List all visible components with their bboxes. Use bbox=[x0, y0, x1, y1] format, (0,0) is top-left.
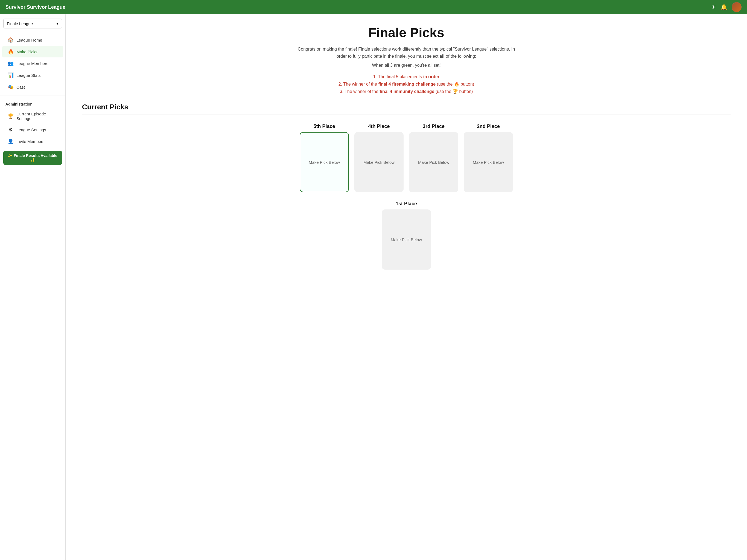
green-note: When all 3 are green, you're all set! bbox=[82, 63, 730, 68]
req2-text: 2. The winner of the final 4 firemaking … bbox=[338, 82, 474, 86]
person-add-icon: 👤 bbox=[8, 138, 14, 144]
label-1st: 1st Place bbox=[396, 201, 417, 207]
pick-card-2nd[interactable]: Make Pick Below bbox=[464, 132, 513, 192]
page-subtitle: Congrats on making the finale! Finale se… bbox=[297, 46, 516, 59]
sidebar-item-invite-members[interactable]: 👤 Invite Members bbox=[2, 136, 63, 147]
sidebar-item-cast[interactable]: 🎭 Cast bbox=[2, 81, 63, 93]
pick-card-5th-text: Make Pick Below bbox=[309, 160, 340, 164]
req1-bold: in order bbox=[423, 74, 440, 79]
pick-col-2nd: 2nd Place Make Pick Below bbox=[464, 124, 513, 192]
placements-row: 5th Place Make Pick Below 4th Place Make… bbox=[82, 124, 730, 192]
sidebar-label-league-home: League Home bbox=[17, 38, 42, 42]
subtitle-text2: of the following: bbox=[445, 54, 476, 58]
sidebar-item-episode-settings[interactable]: 🏆 Current Episode Settings bbox=[2, 109, 63, 124]
pick-card-1st[interactable]: Make Pick Below bbox=[382, 209, 431, 270]
subtitle-bold: all bbox=[440, 54, 445, 58]
req3-bold: final 4 immunity challenge bbox=[380, 89, 434, 94]
requirement-3: 3. The winner of the final 4 immunity ch… bbox=[82, 89, 730, 94]
gear-icon: ⚙ bbox=[8, 127, 14, 133]
main-content: Finale Picks Congrats on making the fina… bbox=[66, 14, 747, 560]
label-3rd: 3rd Place bbox=[423, 124, 445, 129]
chevron-down-icon: ▾ bbox=[56, 21, 58, 26]
fire-btn-icon: 🔥 bbox=[454, 82, 459, 86]
page-title: Finale Picks bbox=[82, 25, 730, 40]
people-icon: 👥 bbox=[8, 60, 14, 67]
sidebar-label-episode-settings: Current Episode Settings bbox=[17, 111, 58, 121]
avatar-image bbox=[732, 2, 742, 12]
sun-icon[interactable]: ☀ bbox=[711, 4, 716, 10]
bell-icon[interactable]: 🔔 bbox=[720, 4, 727, 10]
req2-bold: final 4 firemaking challenge bbox=[378, 82, 436, 86]
requirements-list: 1. The final 5 placements in order 2. Th… bbox=[82, 74, 730, 94]
stats-icon: 📊 bbox=[8, 72, 14, 78]
sidebar-label-league-members: League Members bbox=[17, 61, 48, 66]
admin-section-title: Administration bbox=[0, 98, 66, 108]
label-5th: 5th Place bbox=[313, 124, 335, 129]
league-selector-label: Finale League bbox=[7, 21, 33, 26]
sidebar-divider bbox=[0, 95, 66, 96]
label-4th: 4th Place bbox=[368, 124, 390, 129]
sidebar-label-invite-members: Invite Members bbox=[17, 139, 45, 144]
subtitle-text1: Congrats on making the finale! Finale se… bbox=[298, 47, 515, 58]
pick-card-2nd-text: Make Pick Below bbox=[473, 160, 504, 164]
finale-results-button[interactable]: ✨ Finale Results Available ✨ bbox=[3, 151, 62, 165]
sidebar-label-league-settings: League Settings bbox=[17, 127, 46, 132]
top-navigation: Survivor Survivor League ☀ 🔔 bbox=[0, 0, 747, 14]
pick-col-1st: 1st Place Make Pick Below bbox=[382, 201, 431, 270]
trophy-icon: 🏆 bbox=[8, 113, 14, 119]
pick-col-5th: 5th Place Make Pick Below bbox=[300, 124, 349, 192]
req1-text: 1. The final 5 placements in order bbox=[373, 74, 439, 79]
pick-card-4th-text: Make Pick Below bbox=[363, 160, 394, 164]
sidebar-label-cast: Cast bbox=[17, 85, 25, 90]
label-2nd: 2nd Place bbox=[477, 124, 500, 129]
requirement-1: 1. The final 5 placements in order bbox=[82, 74, 730, 79]
admin-nav: 🏆 Current Episode Settings ⚙ League Sett… bbox=[0, 108, 66, 147]
sidebar-nav: 🏠 League Home 🔥 Make Picks 👥 League Memb… bbox=[0, 34, 66, 93]
fire-icon: 🔥 bbox=[8, 49, 14, 55]
pick-card-3rd-text: Make Pick Below bbox=[418, 160, 449, 164]
sidebar-item-make-picks[interactable]: 🔥 Make Picks bbox=[2, 46, 63, 57]
pick-col-3rd: 3rd Place Make Pick Below bbox=[409, 124, 458, 192]
sidebar-label-league-stats: League Stats bbox=[17, 73, 41, 78]
league-selector[interactable]: Finale League ▾ bbox=[3, 19, 62, 28]
pick-card-3rd[interactable]: Make Pick Below bbox=[409, 132, 458, 192]
app-title: Survivor Survivor League bbox=[5, 4, 66, 10]
trophy-btn-icon: 🏆 bbox=[453, 89, 458, 94]
pick-card-1st-text: Make Pick Below bbox=[391, 237, 422, 242]
req3-text: 3. The winner of the final 4 immunity ch… bbox=[340, 89, 473, 94]
cast-icon: 🎭 bbox=[8, 84, 14, 90]
home-icon: 🏠 bbox=[8, 37, 14, 43]
pick-col-4th: 4th Place Make Pick Below bbox=[354, 124, 404, 192]
avatar[interactable] bbox=[732, 2, 742, 12]
topnav-icons: ☀ 🔔 bbox=[711, 2, 742, 12]
sidebar-item-league-stats[interactable]: 📊 League Stats bbox=[2, 70, 63, 81]
sidebar-label-make-picks: Make Picks bbox=[17, 50, 37, 54]
pick-card-5th[interactable]: Make Pick Below bbox=[300, 132, 349, 192]
sidebar: Finale League ▾ 🏠 League Home 🔥 Make Pic… bbox=[0, 14, 66, 560]
current-picks-title: Current Picks bbox=[82, 103, 730, 111]
sidebar-item-league-members[interactable]: 👥 League Members bbox=[2, 58, 63, 69]
sidebar-item-league-home[interactable]: 🏠 League Home bbox=[2, 34, 63, 46]
section-divider bbox=[82, 114, 730, 115]
first-place-row: 1st Place Make Pick Below bbox=[82, 201, 730, 270]
requirement-2: 2. The winner of the final 4 firemaking … bbox=[82, 81, 730, 87]
pick-card-4th[interactable]: Make Pick Below bbox=[354, 132, 404, 192]
sidebar-item-league-settings[interactable]: ⚙ League Settings bbox=[2, 124, 63, 135]
